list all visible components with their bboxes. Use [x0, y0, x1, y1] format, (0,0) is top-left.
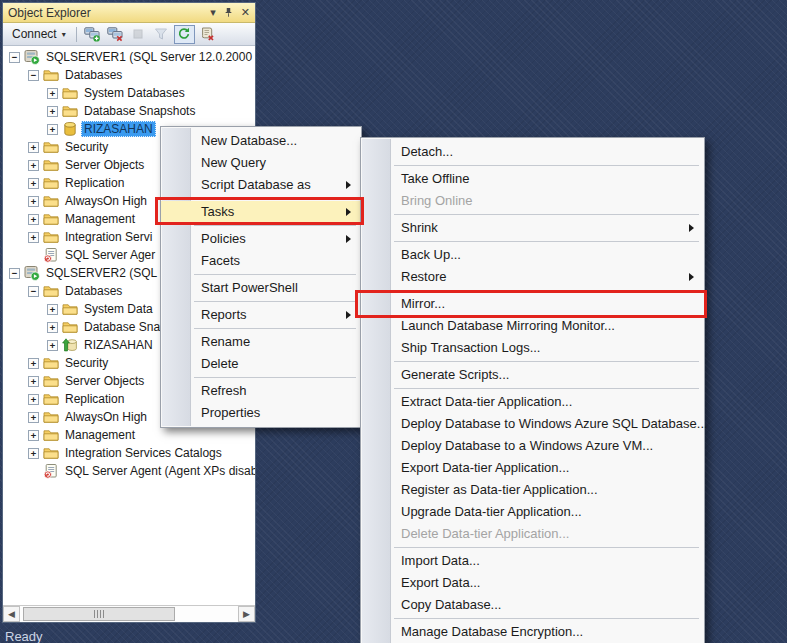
connect-button-label: Connect	[12, 27, 57, 41]
expand-toggle-icon[interactable]: +	[47, 304, 58, 315]
menu-item-copy-database[interactable]: Copy Database...	[361, 594, 703, 616]
menu-item-facets[interactable]: Facets	[161, 250, 360, 272]
refresh-icon[interactable]	[174, 25, 195, 44]
menu-item-new-database[interactable]: New Database...	[161, 130, 360, 152]
menu-item-take-offline[interactable]: Take Offline	[361, 168, 703, 190]
expand-toggle-icon[interactable]: +	[47, 124, 58, 135]
script-error-icon[interactable]	[197, 25, 218, 44]
expand-toggle-icon[interactable]: +	[47, 340, 58, 351]
scrollbar-track[interactable]	[20, 606, 238, 622]
horizontal-scrollbar[interactable]: ◀ ▶	[3, 605, 255, 622]
menu-separator	[194, 328, 356, 329]
expand-toggle-icon[interactable]: +	[28, 178, 39, 189]
chevron-down-icon: ▾	[62, 30, 66, 39]
menu-item-delete[interactable]: Delete	[161, 353, 360, 375]
menu-item-generate-scripts[interactable]: Generate Scripts...	[361, 364, 703, 386]
close-icon[interactable]: ✕	[241, 7, 250, 18]
menu-item-detach[interactable]: Detach...	[361, 141, 703, 163]
menu-item-register-as-data-tier-application[interactable]: Register as Data-tier Application...	[361, 479, 703, 501]
menu-separator	[194, 198, 356, 199]
expand-toggle-icon[interactable]: +	[28, 448, 39, 459]
folder-icon	[43, 409, 59, 425]
expand-toggle-icon[interactable]: +	[28, 160, 39, 171]
tree-item-databases[interactable]: −Databases	[3, 66, 255, 84]
menu-item-label: Restore	[401, 269, 447, 284]
menu-item-back-up[interactable]: Back Up...	[361, 244, 703, 266]
folder-icon	[43, 175, 59, 191]
auto-hide-pin-icon[interactable]	[223, 7, 234, 18]
menu-item-script-database-as[interactable]: Script Database as	[161, 174, 360, 196]
object-explorer-toolbar: Connect ▾	[3, 23, 255, 46]
menu-item-label: New Query	[201, 155, 266, 170]
scroll-left-arrow-icon[interactable]: ◀	[3, 606, 20, 622]
menu-item-restore[interactable]: Restore	[361, 266, 703, 288]
expand-toggle-icon[interactable]: +	[28, 376, 39, 387]
collapse-toggle-icon[interactable]: −	[28, 286, 39, 297]
menu-item-tasks[interactable]: Tasks	[161, 201, 360, 223]
expand-toggle-icon[interactable]: +	[47, 106, 58, 117]
tree-item-label: Security	[62, 139, 111, 155]
menu-item-deploy-database-to-a-windows-azure-vm[interactable]: Deploy Database to a Windows Azure VM...	[361, 435, 703, 457]
expand-toggle-icon[interactable]: +	[28, 358, 39, 369]
folder-icon	[43, 193, 59, 209]
folder-icon	[43, 139, 59, 155]
expand-toggle-icon[interactable]: +	[28, 394, 39, 405]
menu-item-label: Copy Database...	[401, 597, 501, 612]
menu-item-reports[interactable]: Reports	[161, 304, 360, 326]
menu-item-manage-database-encryption[interactable]: Manage Database Encryption...	[361, 621, 703, 643]
menu-item-deploy-database-to-windows-azure-sql-database[interactable]: Deploy Database to Windows Azure SQL Dat…	[361, 413, 703, 435]
collapse-toggle-icon[interactable]: −	[9, 52, 20, 63]
menu-item-refresh[interactable]: Refresh	[161, 380, 360, 402]
menu-item-policies[interactable]: Policies	[161, 228, 360, 250]
expand-toggle-icon[interactable]: +	[28, 232, 39, 243]
tree-item-management[interactable]: +Management	[3, 426, 255, 444]
menu-item-import-data[interactable]: Import Data...	[361, 550, 703, 572]
collapse-toggle-icon[interactable]: −	[9, 268, 20, 279]
menu-separator	[394, 361, 699, 362]
connect-button[interactable]: Connect ▾	[7, 26, 71, 42]
disconnect-server-icon[interactable]	[105, 25, 126, 44]
tree-item-label: Integration Services Catalogs	[62, 445, 225, 461]
scroll-right-arrow-icon[interactable]: ▶	[238, 606, 255, 622]
expand-toggle-icon[interactable]: +	[28, 412, 39, 423]
expand-toggle-icon[interactable]: +	[47, 322, 58, 333]
menu-item-upgrade-data-tier-application[interactable]: Upgrade Data-tier Application...	[361, 501, 703, 523]
window-position-icon[interactable]: ▾	[210, 7, 216, 18]
expand-toggle-icon[interactable]: +	[28, 430, 39, 441]
menu-item-properties[interactable]: Properties	[161, 402, 360, 424]
scrollbar-thumb[interactable]	[23, 607, 175, 621]
menu-item-label: New Database...	[201, 133, 297, 148]
submenu-arrow-icon	[689, 273, 694, 281]
tree-item-label: System Data	[81, 301, 156, 317]
menu-item-label: Shrink	[401, 220, 438, 235]
menu-item-label: Export Data-tier Application...	[401, 460, 569, 475]
tree-item-sqlserver1-sql-server-12-0-2000-te[interactable]: −SQLSERVER1 (SQL Server 12.0.2000 - TE	[3, 48, 255, 66]
menu-item-export-data-tier-application[interactable]: Export Data-tier Application...	[361, 457, 703, 479]
menu-item-label: Ship Transaction Logs...	[401, 340, 540, 355]
expand-toggle-icon[interactable]: +	[28, 214, 39, 225]
tree-item-label: Management	[62, 427, 138, 443]
menu-item-extract-data-tier-application[interactable]: Extract Data-tier Application...	[361, 391, 703, 413]
menu-item-mirror[interactable]: Mirror...	[361, 293, 703, 315]
menu-item-start-powershell[interactable]: Start PowerShell	[161, 277, 360, 299]
menu-item-launch-database-mirroring-monitor[interactable]: Launch Database Mirroring Monitor...	[361, 315, 703, 337]
menu-item-ship-transaction-logs[interactable]: Ship Transaction Logs...	[361, 337, 703, 359]
menu-item-export-data[interactable]: Export Data...	[361, 572, 703, 594]
tree-item-sql-server-agent-agent-xps-disabl[interactable]: SQL Server Agent (Agent XPs disabl	[3, 462, 255, 480]
tree-item-database-snapshots[interactable]: +Database Snapshots	[3, 102, 255, 120]
connect-server-icon[interactable]	[82, 25, 103, 44]
menu-item-label: Delete Data-tier Application...	[401, 526, 569, 541]
tree-item-system-databases[interactable]: +System Databases	[3, 84, 255, 102]
database-mirror-icon	[62, 337, 78, 353]
expand-toggle-icon[interactable]: +	[28, 196, 39, 207]
tree-item-integration-services-catalogs[interactable]: +Integration Services Catalogs	[3, 444, 255, 462]
menu-item-rename[interactable]: Rename	[161, 331, 360, 353]
tree-item-label: RIZASAHAN	[81, 337, 156, 353]
expand-toggle-icon[interactable]: +	[28, 142, 39, 153]
folder-icon	[43, 157, 59, 173]
expand-toggle-icon[interactable]: +	[47, 88, 58, 99]
folder-icon	[43, 373, 59, 389]
menu-item-shrink[interactable]: Shrink	[361, 217, 703, 239]
menu-item-new-query[interactable]: New Query	[161, 152, 360, 174]
collapse-toggle-icon[interactable]: −	[28, 70, 39, 81]
